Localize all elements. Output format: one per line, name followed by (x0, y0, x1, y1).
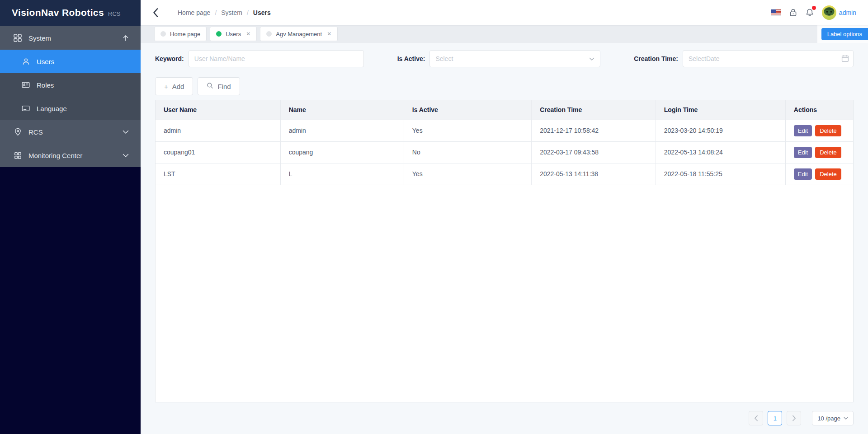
breadcrumb-home[interactable]: Home page (178, 9, 210, 16)
edit-button[interactable]: Edit (794, 125, 812, 136)
logo-text: VisionNav Robotics (12, 7, 104, 18)
tags-bar-right: Label options (817, 25, 868, 43)
sidebar-item-label: System (28, 34, 51, 42)
breadcrumb: Home page / System / Users (178, 9, 271, 16)
calendar-icon (841, 55, 849, 64)
cell-user-name: admin (156, 120, 280, 141)
notification-bell-icon[interactable] (805, 8, 814, 17)
sidebar-item-monitoring-center[interactable]: Monitoring Center (0, 144, 141, 167)
tab-home-page[interactable]: Home page (154, 27, 207, 41)
tab-agv-management[interactable]: Agv Management ✕ (260, 27, 338, 41)
topbar-actions: admin (771, 5, 856, 20)
logo-suffix: RCS (108, 10, 120, 17)
users-table: User Name Name Is Active Creation Time L… (156, 100, 853, 185)
delete-button[interactable]: Delete (815, 147, 841, 158)
filter-creation-time: Creation Time: (634, 50, 854, 67)
delete-button[interactable]: Delete (815, 125, 841, 136)
breadcrumb-system[interactable]: System (221, 9, 242, 16)
is-active-select[interactable]: Select (429, 50, 600, 67)
tags-bar: Home page Users ✕ Agv Management ✕ Label… (141, 25, 868, 43)
tab-dot-icon (160, 31, 166, 37)
cell-name: admin (280, 120, 404, 141)
keyword-label: Keyword: (155, 55, 184, 62)
app-root: VisionNav Robotics RCS System (0, 0, 868, 434)
next-page-button[interactable] (787, 411, 801, 425)
sidebar-item-language[interactable]: Language (0, 97, 141, 120)
find-button[interactable]: Find (198, 77, 240, 95)
sidebar-item-label: RCS (28, 128, 43, 136)
column-header-is-active: Is Active (404, 100, 531, 120)
sidebar-item-rcs[interactable]: RCS (0, 120, 141, 144)
is-active-label: Is Active: (397, 55, 425, 62)
monitor-grid-icon (14, 151, 22, 159)
tab-users[interactable]: Users ✕ (210, 27, 257, 41)
app-logo: VisionNav Robotics RCS (0, 0, 141, 26)
creation-time-picker[interactable] (683, 50, 854, 67)
plus-icon: + (164, 83, 168, 90)
sidebar-submenu-system: Users Roles Language (0, 50, 141, 120)
arrow-up-icon (122, 34, 130, 42)
find-button-label: Find (217, 83, 231, 90)
table-row: LST L Yes 2022-05-13 14:11:38 2022-05-18… (156, 163, 853, 185)
cell-user-name: coupang01 (156, 141, 280, 163)
page-size-value: 10 /page (817, 415, 840, 422)
sidebar-item-roles[interactable]: Roles (0, 73, 141, 97)
sidebar-item-users[interactable]: Users (0, 50, 141, 73)
tab-dot-icon (216, 31, 222, 37)
column-header-actions: Actions (785, 100, 853, 120)
cell-creation-time: 2021-12-17 10:58:42 (532, 120, 656, 141)
column-header-login-time: Login Time (656, 100, 785, 120)
close-icon[interactable]: ✕ (327, 31, 331, 37)
main-area: Home page / System / Users admin (141, 0, 868, 434)
sidebar-item-label: Roles (37, 81, 54, 89)
column-header-creation-time: Creation Time (532, 100, 656, 120)
lock-icon[interactable] (789, 8, 797, 17)
topbar: Home page / System / Users admin (141, 0, 868, 25)
content: Keyword: Is Active: Select Creation Time… (141, 43, 868, 434)
page-number-1[interactable]: 1 (768, 411, 782, 425)
tab-dot-icon (266, 31, 272, 37)
toolbar: + Add Find (155, 77, 854, 95)
cell-login-time: 2023-03-20 14:50:19 (656, 120, 785, 141)
table-row: admin admin Yes 2021-12-17 10:58:42 2023… (156, 120, 853, 141)
pagination: 1 10 /page (155, 402, 854, 434)
tab-label: Home page (170, 31, 200, 37)
filter-keyword: Keyword: (155, 50, 364, 67)
column-header-user-name: User Name (156, 100, 280, 120)
user-menu[interactable]: admin (839, 9, 856, 16)
label-options-button[interactable]: Label options (821, 28, 868, 40)
column-header-name: Name (280, 100, 404, 120)
language-flag-icon[interactable] (771, 9, 781, 16)
chevron-down-icon (122, 128, 130, 136)
sidebar-menu: System Users Roles (0, 26, 141, 167)
sidebar-item-label: Monitoring Center (28, 152, 82, 159)
sidebar: VisionNav Robotics RCS System (0, 0, 141, 434)
creation-time-input[interactable] (683, 50, 854, 67)
edit-button[interactable]: Edit (794, 147, 812, 158)
breadcrumb-separator: / (247, 9, 249, 16)
cell-name: coupang (280, 141, 404, 163)
sidebar-filler (0, 167, 141, 434)
close-icon[interactable]: ✕ (246, 31, 250, 37)
filter-is-active: Is Active: Select (397, 50, 601, 67)
cell-creation-time: 2022-03-17 09:43:58 (532, 141, 656, 163)
prev-page-button[interactable] (749, 411, 763, 425)
add-button[interactable]: + Add (155, 77, 193, 95)
tab-label: Agv Management (276, 31, 322, 37)
grid-icon (14, 34, 22, 42)
chevron-down-icon (122, 151, 130, 159)
sidebar-item-system[interactable]: System (0, 26, 141, 50)
breadcrumb-current: Users (253, 9, 271, 16)
back-button[interactable] (152, 8, 159, 18)
cell-creation-time: 2022-05-13 14:11:38 (532, 163, 656, 185)
delete-button[interactable]: Delete (815, 168, 841, 180)
avatar[interactable] (822, 5, 836, 20)
cell-name: L (280, 163, 404, 185)
location-pin-icon (14, 128, 22, 136)
cell-login-time: 2022-05-13 14:08:24 (656, 141, 785, 163)
select-placeholder: Select (435, 55, 453, 62)
page-size-select[interactable]: 10 /page (812, 411, 854, 425)
edit-button[interactable]: Edit (794, 168, 812, 180)
keyword-input[interactable] (189, 50, 364, 67)
table-row: coupang01 coupang No 2022-03-17 09:43:58… (156, 141, 853, 163)
